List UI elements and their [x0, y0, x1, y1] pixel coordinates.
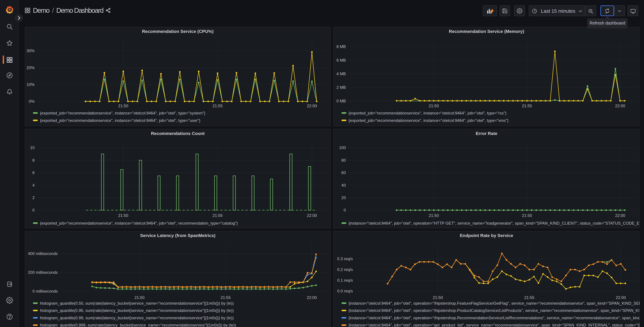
svg-text:10: 10 — [30, 145, 34, 150]
svg-text:21:50: 21:50 — [134, 295, 144, 300]
svg-text:10%: 10% — [26, 82, 34, 87]
svg-text:0.2 req/s: 0.2 req/s — [337, 267, 353, 272]
svg-text:4: 4 — [32, 183, 34, 188]
svg-text:0.1 req/s: 0.1 req/s — [337, 278, 353, 282]
svg-text:21:50: 21:50 — [118, 213, 128, 218]
svg-text:60: 60 — [341, 170, 346, 175]
svg-text:histogram_quantile(0.999, sum(: histogram_quantile(0.999, sum(rate(laten… — [40, 323, 236, 327]
svg-text:{exported_job="recommendations: {exported_job="recommendationservice", i… — [348, 118, 508, 123]
svg-text:0 milliseconds: 0 milliseconds — [32, 289, 58, 294]
svg-text:{instance="otelcol:9464", job=: {instance="otelcol:9464", job="otel", op… — [348, 316, 640, 320]
svg-text:40: 40 — [341, 183, 346, 188]
svg-text:20: 20 — [341, 196, 346, 200]
svg-text:0 MB: 0 MB — [336, 99, 346, 103]
svg-text:{exported_job="recommendations: {exported_job="recommendationservice", i… — [40, 221, 238, 226]
svg-text:80: 80 — [341, 158, 346, 162]
svg-text:{exported_job="recommendations: {exported_job="recommendationservice", i… — [40, 111, 205, 115]
svg-text:0: 0 — [344, 208, 346, 212]
svg-text:{instance="otelcol:9464", job=: {instance="otelcol:9464", job="otel", op… — [348, 301, 640, 306]
svg-text:histogram_quantile(0.50, sum(r: histogram_quantile(0.50, sum(rate(latenc… — [40, 301, 234, 306]
svg-text:22:00: 22:00 — [307, 104, 317, 108]
svg-text:8 MB: 8 MB — [336, 44, 346, 49]
svg-text:0%: 0% — [29, 99, 34, 104]
svg-text:21:50: 21:50 — [118, 104, 128, 108]
svg-text:21:55: 21:55 — [522, 213, 532, 218]
svg-text:4 MB: 4 MB — [336, 72, 346, 76]
svg-text:20%: 20% — [26, 66, 34, 70]
svg-text:30%: 30% — [26, 48, 34, 53]
svg-text:{instance="otelcol:9464", job=: {instance="otelcol:9464", job="otel", op… — [348, 323, 640, 327]
svg-text:histogram_quantile(0.99, sum(r: histogram_quantile(0.99, sum(rate(latenc… — [40, 316, 234, 320]
svg-text:0: 0 — [32, 208, 34, 212]
svg-text:{exported_job="recommendations: {exported_job="recommendationservice", i… — [40, 118, 200, 123]
svg-text:22:00: 22:00 — [616, 295, 626, 300]
svg-text:6 MB: 6 MB — [336, 58, 346, 62]
svg-text:histogram_quantile(0.95, sum(r: histogram_quantile(0.95, sum(rate(latenc… — [40, 308, 234, 313]
svg-text:200 milliseconds: 200 milliseconds — [28, 270, 58, 275]
svg-text:21:50: 21:50 — [429, 104, 439, 108]
svg-text:22:00: 22:00 — [615, 104, 625, 108]
svg-text:22:00: 22:00 — [307, 213, 317, 218]
svg-text:0.3 req/s: 0.3 req/s — [337, 256, 353, 261]
svg-text:21:55: 21:55 — [524, 295, 534, 300]
svg-text:6: 6 — [32, 170, 34, 175]
svg-text:{instance="otelcol:9464", job=: {instance="otelcol:9464", job="otel", op… — [348, 221, 640, 226]
svg-text:21:50: 21:50 — [429, 213, 439, 218]
svg-text:2 MB: 2 MB — [336, 85, 346, 90]
svg-text:400 milliseconds: 400 milliseconds — [28, 251, 58, 256]
svg-text:21:55: 21:55 — [212, 104, 222, 108]
svg-text:0.0 req/s: 0.0 req/s — [337, 289, 353, 293]
svg-text:100: 100 — [339, 145, 346, 150]
svg-text:{exported_job="recommendations: {exported_job="recommendationservice", i… — [348, 111, 506, 115]
svg-text:21:55: 21:55 — [522, 104, 532, 108]
svg-text:21:55: 21:55 — [220, 295, 231, 300]
svg-text:22:00: 22:00 — [307, 295, 317, 300]
svg-text:21:55: 21:55 — [212, 213, 222, 218]
svg-text:2: 2 — [32, 196, 34, 200]
svg-text:8: 8 — [32, 158, 34, 162]
svg-text:21:50: 21:50 — [433, 295, 443, 300]
svg-text:{instance="otelcol:9464", job=: {instance="otelcol:9464", job="otel", op… — [348, 308, 640, 313]
svg-text:22:00: 22:00 — [615, 213, 625, 218]
